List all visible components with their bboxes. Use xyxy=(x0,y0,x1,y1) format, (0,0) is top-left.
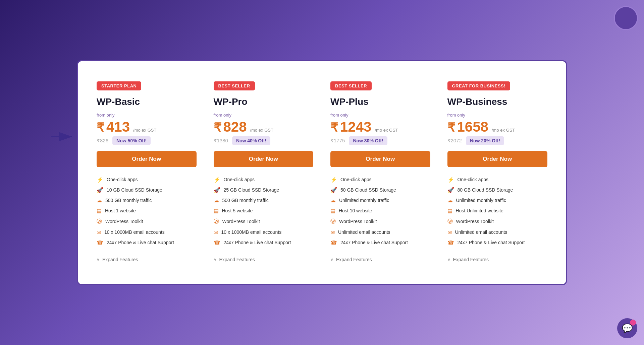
plan-card-1: BEST SELLERWP-Profrom only₹828/mo ex GST… xyxy=(205,75,322,271)
order-btn-1[interactable]: Order Now xyxy=(214,151,314,167)
feature-item-2-0: ⚡One-click apps xyxy=(330,175,430,185)
arrow-icon xyxy=(51,132,75,142)
feature-text-0-6: 24x7 Phone & Live chat Support xyxy=(107,240,174,245)
expand-icon-0: ∨ xyxy=(97,257,100,262)
plan-from-only-1: from only xyxy=(214,113,314,118)
feature-text-2-1: 50 GB Cloud SSD Storage xyxy=(340,187,396,193)
price-currency-3: ₹ xyxy=(447,121,455,135)
feature-item-2-6: ☎24x7 Phone & Live chat Support xyxy=(330,237,430,248)
plan-badge-0: STARTER PLAN xyxy=(97,81,141,90)
feature-icon-2-5: ✉ xyxy=(330,229,335,235)
arrow-indicator xyxy=(51,132,75,142)
feature-text-1-4: WordPress Toolkit xyxy=(222,219,260,224)
feature-item-2-1: 🚀50 GB Cloud SSD Storage xyxy=(330,185,430,195)
expand-label-3: Expand Features xyxy=(453,257,489,262)
original-price-1: ₹1380 xyxy=(214,138,228,144)
pricing-container: STARTER PLANWP-Basicfrom only₹413/mo ex … xyxy=(77,60,567,285)
feature-item-1-4: ⓌWordPress Toolkit xyxy=(214,216,314,227)
feature-text-1-2: 500 GB monthly traffic xyxy=(222,198,269,203)
expand-label-2: Expand Features xyxy=(336,257,372,262)
feature-icon-1-3: ▤ xyxy=(214,208,219,214)
feature-item-2-3: ▤Host 10 website xyxy=(330,206,430,216)
price-period-3: /mo ex GST xyxy=(492,128,515,133)
plan-price-row-2: ₹1243/mo ex GST xyxy=(330,119,430,135)
feature-icon-1-6: ☎ xyxy=(214,239,220,246)
expand-features-3[interactable]: ∨Expand Features xyxy=(447,254,548,262)
feature-text-0-4: WordPress Toolkit xyxy=(105,219,143,224)
expand-icon-1: ∨ xyxy=(214,257,217,262)
features-list-3: ⚡One-click apps🚀80 GB Cloud SSD Storage☁… xyxy=(447,175,548,248)
feature-text-3-5: Unlimited email accounts xyxy=(455,229,507,235)
feature-text-2-2: Unlimited monthly traffic xyxy=(339,198,389,203)
plan-name-2: WP-Plus xyxy=(330,96,430,107)
feature-icon-1-1: 🚀 xyxy=(214,187,220,193)
feature-text-2-0: One-click apps xyxy=(340,177,372,182)
feature-text-3-2: Unlimited monthly traffic xyxy=(456,198,506,203)
expand-icon-3: ∨ xyxy=(447,257,450,262)
feature-icon-0-4: Ⓦ xyxy=(97,218,102,225)
feature-item-2-5: ✉Unlimited email accounts xyxy=(330,227,430,237)
original-price-0: ₹826 xyxy=(97,138,108,144)
feature-text-3-3: Host Unlimited website xyxy=(456,208,503,213)
price-period-0: /mo ex GST xyxy=(133,128,156,133)
features-list-1: ⚡One-click apps🚀25 GB Cloud SSD Storage☁… xyxy=(214,175,314,248)
feature-item-0-6: ☎24x7 Phone & Live chat Support xyxy=(97,237,197,248)
feature-text-3-6: 24x7 Phone & Live chat Support xyxy=(458,240,525,245)
order-btn-0[interactable]: Order Now xyxy=(97,151,197,167)
plan-name-0: WP-Basic xyxy=(97,96,197,107)
feature-item-0-1: 🚀10 GB Cloud SSD Storage xyxy=(97,185,197,195)
plan-from-only-0: from only xyxy=(97,113,197,118)
feature-text-3-1: 80 GB Cloud SSD Storage xyxy=(458,187,513,193)
feature-item-1-2: ☁500 GB monthly traffic xyxy=(214,195,314,206)
price-currency-2: ₹ xyxy=(330,121,338,135)
plan-badge-1: BEST SELLER xyxy=(214,81,255,90)
feature-text-2-5: Unlimited email accounts xyxy=(338,229,390,235)
feature-item-2-2: ☁Unlimited monthly traffic xyxy=(330,195,430,206)
feature-item-0-0: ⚡One-click apps xyxy=(97,175,197,185)
order-btn-2[interactable]: Order Now xyxy=(330,151,430,167)
features-list-2: ⚡One-click apps🚀50 GB Cloud SSD Storage☁… xyxy=(330,175,430,248)
price-period-1: /mo ex GST xyxy=(250,128,273,133)
order-btn-3[interactable]: Order Now xyxy=(447,151,548,167)
expand-features-2[interactable]: ∨Expand Features xyxy=(330,254,430,262)
features-list-0: ⚡One-click apps🚀10 GB Cloud SSD Storage☁… xyxy=(97,175,197,248)
feature-item-0-5: ✉10 x 1000MB email accounts xyxy=(97,227,197,237)
price-currency-0: ₹ xyxy=(97,121,104,135)
feature-item-3-4: ⓌWordPress Toolkit xyxy=(447,216,548,227)
feature-item-3-3: ▤Host Unlimited website xyxy=(447,206,548,216)
plan-discount-row-0: ₹826Now 50% Off! xyxy=(97,136,197,145)
feature-icon-1-2: ☁ xyxy=(214,197,219,204)
price-main-0: 413 xyxy=(106,119,130,135)
expand-features-1[interactable]: ∨Expand Features xyxy=(214,254,314,262)
price-main-2: 1243 xyxy=(340,119,371,135)
feature-item-3-0: ⚡One-click apps xyxy=(447,175,548,185)
feature-item-3-2: ☁Unlimited monthly traffic xyxy=(447,195,548,206)
plan-name-1: WP-Pro xyxy=(214,96,314,107)
plan-from-only-3: from only xyxy=(447,113,548,118)
feature-text-1-5: 10 x 1000MB email accounts xyxy=(221,229,282,235)
plan-name-3: WP-Business xyxy=(447,96,548,107)
plans-grid: STARTER PLANWP-Basicfrom only₹413/mo ex … xyxy=(88,75,556,271)
feature-text-1-3: Host 5 website xyxy=(222,208,253,213)
feature-icon-0-0: ⚡ xyxy=(97,177,103,183)
plan-discount-row-3: ₹2072Now 20% Off! xyxy=(447,136,548,145)
chat-button[interactable]: 💬 xyxy=(617,318,637,338)
feature-icon-0-3: ▤ xyxy=(97,208,102,214)
feature-icon-2-2: ☁ xyxy=(330,197,336,204)
plan-discount-row-1: ₹1380Now 40% Off! xyxy=(214,136,314,145)
feature-text-1-0: One-click apps xyxy=(224,177,255,182)
expand-features-0[interactable]: ∨Expand Features xyxy=(97,254,197,262)
expand-label-1: Expand Features xyxy=(219,257,255,262)
feature-item-1-6: ☎24x7 Phone & Live chat Support xyxy=(214,237,314,248)
feature-item-0-4: ⓌWordPress Toolkit xyxy=(97,216,197,227)
feature-text-2-6: 24x7 Phone & Live chat Support xyxy=(340,240,408,245)
discount-badge-0: Now 50% Off! xyxy=(112,136,151,145)
feature-item-3-6: ☎24x7 Phone & Live chat Support xyxy=(447,237,548,248)
feature-text-1-6: 24x7 Phone & Live chat Support xyxy=(224,240,291,245)
feature-item-1-3: ▤Host 5 website xyxy=(214,206,314,216)
feature-icon-3-6: ☎ xyxy=(447,239,454,246)
plan-price-row-0: ₹413/mo ex GST xyxy=(97,119,197,135)
plan-card-3: GREAT FOR BUSINESS!WP-Businessfrom only₹… xyxy=(439,75,556,271)
feature-icon-1-4: Ⓦ xyxy=(214,218,219,225)
plan-from-only-2: from only xyxy=(330,113,430,118)
